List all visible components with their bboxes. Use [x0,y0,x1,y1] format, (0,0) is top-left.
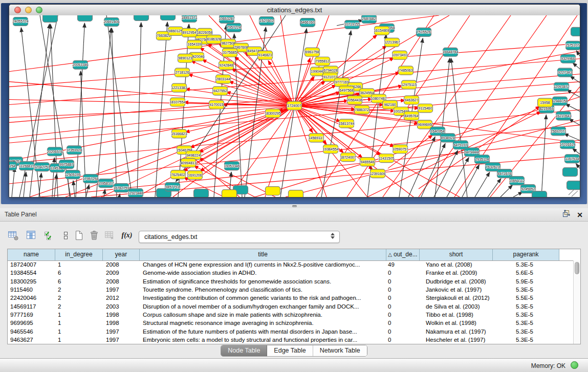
table-row[interactable]: 2242004622012Investigating the contribut… [8,294,573,302]
graph-node[interactable]: 9699695 [418,120,432,129]
citation-graph[interactable]: 2405572420691406184513711065328715276026… [9,15,580,197]
graph-node[interactable]: 9242848 [219,61,234,70]
graph-node[interactable]: 9857791 [165,183,180,191]
tab-network-table[interactable]: Network Table [313,345,367,356]
column-header-out-degree[interactable]: △out_de... [386,249,420,260]
minimize-button[interactable] [25,7,32,13]
function-builder-icon[interactable]: f(x) [121,229,133,242]
table-selector-dropdown[interactable]: citations_edges.txt [139,231,340,243]
graph-node[interactable]: 9463627 [404,96,419,104]
graph-node[interactable]: 7955812 [315,57,330,65]
graph-node[interactable]: 20206576 [47,147,62,156]
graph-node[interactable]: 2803144 [216,75,231,83]
graph-node[interactable] [134,15,149,20]
graph-node[interactable] [194,189,209,197]
graph-node[interactable]: 16648784 [442,48,458,56]
graph-node[interactable]: 15166823 [171,129,187,138]
graph-node[interactable] [222,190,237,197]
graph-node[interactable]: 1691206 [188,171,203,180]
graph-node[interactable]: 14569117 [309,134,324,142]
graph-node[interactable]: 10590757 [392,145,408,154]
graph-node[interactable]: 20053346 [72,60,88,69]
graph-node[interactable]: 7515526 [417,28,431,36]
graph-node[interactable]: 1724007 [287,101,302,110]
graph-node[interactable]: 9115460 [418,104,433,113]
graph-node[interactable]: 8912954 [182,28,197,37]
column-header-title[interactable]: title [140,249,386,260]
graph-node[interactable]: 9777169 [335,78,350,86]
table-row[interactable]: 969969511998Structural magnetic resonanc… [8,319,573,327]
window-titlebar[interactable]: citations_edges.txt [9,5,580,16]
column-header-year[interactable]: year [103,249,140,260]
column-header-short[interactable]: short [420,249,493,260]
graph-node[interactable]: 12975115 [401,80,417,89]
graph-node[interactable]: 8495764 [404,112,419,120]
show-columns-icon[interactable] [25,229,37,242]
graph-node[interactable] [161,15,176,20]
graph-node[interactable]: 10958107 [98,179,114,188]
graph-node[interactable]: 40994813 [180,159,196,167]
table-row[interactable]: 911546021997Tourette syndrome. Phenomeno… [8,286,573,294]
graph-node[interactable]: 12042757 [34,163,50,171]
graph-node[interactable]: 16210643 [555,112,571,120]
graph-node[interactable]: 7625402 [171,170,186,179]
graph-node[interactable]: 8938924 [441,134,455,142]
graph-node[interactable]: 20564436 [346,96,362,104]
graph-node[interactable] [78,15,93,21]
tab-edge-table[interactable]: Edge Table [267,345,313,356]
table-row[interactable]: 946362711997Embryonic stem cells: a mode… [8,336,573,344]
graph-node[interactable]: 2687682 [362,15,377,23]
scrollbar-thumb[interactable] [575,262,579,274]
graph-node[interactable]: 12391606 [369,169,385,178]
graph-node[interactable]: 8186328 [207,35,222,43]
graph-node[interactable] [563,168,578,177]
graph-node[interactable]: 20691406 [103,17,119,26]
graph-node[interactable]: 9146821 [258,51,273,59]
graph-node[interactable]: 12213383 [171,83,187,92]
graph-node[interactable]: 15692071 [550,127,566,136]
graph-node[interactable]: 15958 [538,98,553,107]
column-header-pagerank[interactable]: pagerank [493,249,559,260]
graph-node[interactable]: 12444158 [552,97,568,105]
graph-node[interactable]: 939154 [9,162,17,170]
graph-node[interactable]: 18451371 [181,15,197,22]
graph-node[interactable]: 10653287 [219,15,234,23]
tab-node-table[interactable]: Node Table [221,345,267,356]
graph-node[interactable]: 12923448 [127,189,143,197]
graph-node[interactable]: 9860125 [168,27,183,35]
graph-node[interactable]: 16154808 [374,26,389,35]
graph-node[interactable]: 2718126 [175,68,190,77]
graph-node[interactable]: 10719155 [344,20,360,29]
graph-node[interactable]: 17016514 [559,140,575,149]
table-options-icon[interactable] [7,229,19,242]
graph-node[interactable]: 18107554 [169,98,185,106]
graph-node[interactable] [532,191,547,197]
graph-node[interactable]: 1654339 [187,40,202,49]
float-panel-icon[interactable] [562,210,570,220]
split-divider[interactable] [0,204,588,208]
graph-node[interactable]: 9975887 [59,160,74,169]
row-height-icon[interactable] [59,229,72,242]
select-columns-icon[interactable] [43,229,55,242]
graph-node[interactable]: 24055724 [12,17,28,26]
close-button[interactable] [14,7,21,13]
graph-node[interactable]: 11431505 [379,154,395,163]
graph-node[interactable]: 9465546 [360,158,375,166]
memory-ok-icon[interactable] [571,361,578,369]
graph-node[interactable]: 9427552 [213,86,228,95]
table-row[interactable]: 1456911722003Disruption of a novel membe… [8,302,573,310]
graph-node[interactable]: 15813744 [338,119,354,128]
graph-node[interactable]: 10654112 [509,177,525,185]
graph-node[interactable]: 17957258 [82,174,98,183]
delete-column-icon[interactable] [88,229,100,242]
divider-handle-icon[interactable] [292,205,297,207]
graph-node[interactable]: 6497568 [339,86,354,95]
graph-node[interactable] [266,187,280,195]
graph-node[interactable]: 17359928 [66,146,82,155]
graph-node[interactable]: 18300295 [265,109,280,118]
graph-node[interactable]: 10973493 [391,51,407,59]
graph-node[interactable]: 9227343 [558,68,573,77]
zoom-button[interactable] [36,7,42,13]
graph-node[interactable]: 7957224 [227,23,242,32]
graph-node[interactable]: 3175685 [223,48,237,57]
